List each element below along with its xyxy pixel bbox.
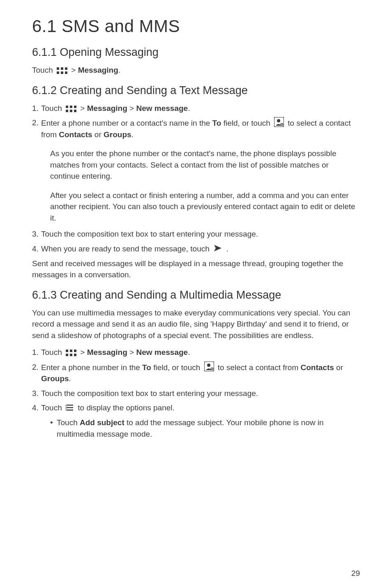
- paragraph: You can use multimedia messages to make …: [32, 307, 360, 341]
- step-3: 3. Touch the composition text box to sta…: [32, 388, 360, 399]
- apps-icon: [66, 350, 76, 356]
- bold-label: Contacts: [59, 130, 92, 139]
- bold-label: Messaging: [87, 104, 127, 113]
- bold-label: New message: [136, 348, 188, 357]
- text: .: [69, 374, 71, 383]
- text: Touch the composition text box to start …: [41, 228, 360, 240]
- text: Touch: [41, 104, 64, 113]
- subsection-heading-611: 6.1.1 Opening Messaging: [32, 46, 360, 59]
- text: When you are ready to send the message, …: [41, 244, 212, 253]
- bullet-marker: •: [50, 417, 57, 440]
- apps-icon: [66, 106, 76, 112]
- text: field, or touch: [221, 119, 272, 127]
- section-title: 6.1 SMS and MMS: [32, 16, 360, 36]
- paragraph: Sent and received messages will be displ…: [32, 258, 360, 281]
- step-2: 2. Enter a phone number in the To field,…: [32, 361, 360, 384]
- text: >: [80, 104, 87, 113]
- text: Touch the composition text box to start …: [41, 388, 360, 399]
- step-number: 4.: [32, 243, 41, 255]
- subsection-heading-612: 6.1.2 Creating and Sending a Text Messag…: [32, 84, 360, 97]
- step-number: 1.: [32, 103, 41, 114]
- text: .: [188, 104, 190, 113]
- bold-label: New message: [136, 104, 188, 113]
- note-text: After you select a contact or finish ent…: [50, 190, 360, 224]
- text: >: [80, 348, 87, 357]
- step-number: 2.: [32, 117, 41, 140]
- text: Touch: [41, 403, 64, 412]
- text: .: [118, 66, 120, 74]
- bold-label: Groups: [104, 130, 131, 139]
- text: >: [127, 104, 136, 113]
- add-contact-icon: [204, 361, 214, 371]
- text: or: [334, 363, 343, 372]
- text: .: [226, 244, 228, 253]
- text: .: [131, 130, 134, 139]
- step-1: 1. Touch > Messaging > New message.: [32, 347, 360, 358]
- step-4: 4. Touch to display the options panel.: [32, 402, 360, 414]
- text: Touch: [41, 348, 64, 357]
- text: Touch: [57, 418, 80, 427]
- text: field, or touch: [151, 363, 203, 372]
- bold-label: Add subject: [80, 418, 125, 427]
- bold-label: Groups: [41, 374, 69, 383]
- step-number: 3.: [32, 228, 41, 240]
- note-text: As you enter the phone number or the con…: [50, 148, 360, 182]
- send-icon: [213, 244, 222, 253]
- apps-icon: [57, 67, 67, 74]
- text: .: [188, 348, 190, 357]
- text: Touch: [32, 66, 55, 74]
- text: >: [127, 348, 136, 357]
- bullet-item: • Touch Add subject to add the message s…: [50, 417, 360, 440]
- step-2: 2. Enter a phone number or a contact's n…: [32, 117, 360, 140]
- text: Enter a phone number or a contact's name…: [41, 119, 212, 127]
- step-3: 3. Touch the composition text box to sta…: [32, 228, 360, 240]
- bold-label: To: [142, 363, 151, 372]
- instruction-line: Touch > Messaging.: [32, 64, 360, 76]
- bold-label: Messaging: [78, 66, 118, 74]
- text: to select a contact from: [218, 363, 301, 372]
- page-number: 29: [351, 569, 360, 578]
- bold-label: To: [212, 119, 221, 127]
- text: or: [92, 130, 104, 139]
- subsection-heading-613: 6.1.3 Creating and Sending a Multimedia …: [32, 289, 360, 302]
- add-contact-icon: [274, 117, 284, 127]
- menu-icon: [66, 403, 74, 412]
- text: to display the options panel.: [78, 403, 175, 412]
- step-4: 4. When you are ready to send the messag…: [32, 243, 360, 255]
- bold-label: Messaging: [87, 348, 127, 357]
- step-1: 1. Touch > Messaging > New message.: [32, 103, 360, 114]
- step-number: 3.: [32, 388, 41, 399]
- step-number: 4.: [32, 402, 41, 414]
- text: >: [71, 66, 78, 74]
- document-page: 6.1 SMS and MMS 6.1.1 Opening Messaging …: [0, 0, 392, 587]
- bold-label: Contacts: [301, 363, 334, 372]
- text: Enter a phone number in the: [41, 363, 142, 372]
- step-number: 2.: [32, 361, 41, 384]
- step-number: 1.: [32, 347, 41, 358]
